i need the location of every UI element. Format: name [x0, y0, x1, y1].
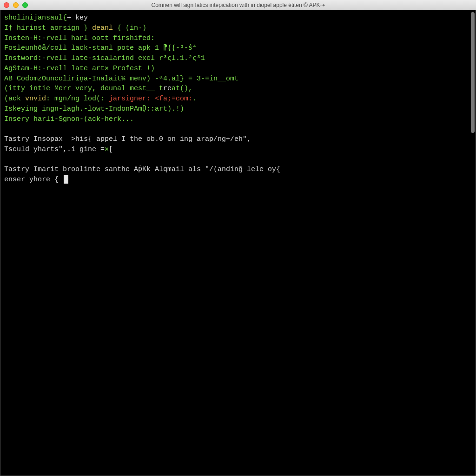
traffic-lights — [4, 2, 28, 8]
terminal-text: enser yhore { — [4, 176, 63, 184]
terminal-text: sholinijansaul{ — [4, 14, 67, 22]
maximize-button[interactable] — [22, 2, 28, 8]
terminal-text: Fosleunhōǎ/coll lack-stanl pote apk 1 ⁋{… — [4, 44, 197, 52]
terminal-output: sholinijansaul{⇢ keyI† hirinst aorsign }… — [4, 13, 472, 185]
terminal-text: Tastry Imarit broolinte santhe AṗKk Alqm… — [4, 165, 280, 173]
terminal-text: ✕ — [105, 145, 109, 153]
terminal-text: (itty intie Merr very, deunal mest__ t — [4, 85, 163, 93]
terminal-text: : mgn/ng lod(: — [46, 95, 109, 103]
terminal-text: Tastry Insopax >his{ appel I the ob.0 on… — [4, 135, 251, 143]
terminal-text: at(), — [172, 85, 192, 93]
terminal-line: sholinijansaul{⇢ key — [4, 13, 472, 23]
terminal-line: AgStam-H:-rvell late art✕ Profest !) — [4, 64, 472, 74]
terminal-line — [4, 155, 472, 165]
terminal-line: Iskeying ingn-lagh.-lowt-IndonPAmḌ::art)… — [4, 104, 472, 114]
terminal-text: Tsculd yharts",.i gine = — [4, 145, 105, 153]
terminal-text: [ — [109, 145, 113, 153]
terminal-line: Tastry Imarit broolinte santhe AṗKk Alqm… — [4, 165, 472, 175]
terminal-text: { (in·) — [113, 24, 146, 32]
cursor — [64, 175, 68, 184]
close-button[interactable] — [4, 2, 9, 8]
terminal-line: I† hirinst aorsign } deanl { (in·) — [4, 23, 472, 33]
terminal-text: jarsigner: <fa;=com: — [109, 95, 192, 103]
terminal-text: vnvid — [25, 95, 46, 103]
terminal-text: Instword:-rvell late-sicalarínd excl r³ς… — [4, 54, 205, 62]
titlebar[interactable]: Comnen will sign fatics intepication wit… — [0, 0, 476, 10]
terminal-text: AgStam-H:-rvell late art✕ Profest !) — [4, 65, 155, 73]
terminal-line: AB CodomzOuncoliriņa-Inalait¼ menv) -ª4.… — [4, 74, 472, 84]
terminal-text: deanl — [92, 24, 113, 32]
terminal-text: . — [192, 95, 197, 103]
terminal-line: Insery harli-Sgnon-(ack-herk... — [4, 114, 472, 125]
terminal-text: Iskeying ingn-lagh.-lowt-IndonPAmḌ::art)… — [4, 105, 184, 113]
terminal-text: Insten-H:-rvell harl oott firshifed: — [4, 34, 155, 42]
terminal-line: Tsculd yharts",.i gine =✕[ — [4, 145, 472, 155]
terminal-text: Insery harli-Sgnon-(ack-herk... — [4, 115, 134, 123]
terminal-line — [4, 124, 472, 134]
terminal-line: enser yhore { — [4, 175, 472, 185]
scrollbar[interactable] — [471, 12, 475, 133]
terminal-text: (ack — [4, 95, 25, 103]
minimize-button[interactable] — [13, 2, 19, 8]
terminal-text: I† hirinst aorsign } — [4, 24, 92, 32]
window-title: Comnen will sign fatics intepication wit… — [0, 2, 476, 8]
terminal-line: Insten-H:-rvell harl oott firshifed: — [4, 33, 472, 44]
terminal-line: (ack vnvid: mgn/ng lod(: jarsigner: <fa;… — [4, 94, 472, 104]
terminal-text: re — [163, 85, 172, 93]
terminal-body[interactable]: sholinijansaul{⇢ keyI† hirinst aorsign }… — [0, 10, 476, 476]
terminal-line: Instword:-rvell late-sicalarínd excl r³ς… — [4, 53, 472, 64]
terminal-line: Tastry Insopax >his{ appel I the ob.0 on… — [4, 134, 472, 145]
terminal-text: AB CodomzOuncoliriņa-Inalait¼ menv) -ª4.… — [4, 75, 238, 83]
terminal-line: Fosleunhōǎ/coll lack-stanl pote apk 1 ⁋{… — [4, 43, 472, 53]
terminal-text: ⇢ key — [67, 14, 88, 22]
terminal-line: (itty intie Merr very, deunal mest__ tre… — [4, 84, 472, 94]
terminal-window: Comnen will sign fatics intepication wit… — [0, 0, 476, 476]
